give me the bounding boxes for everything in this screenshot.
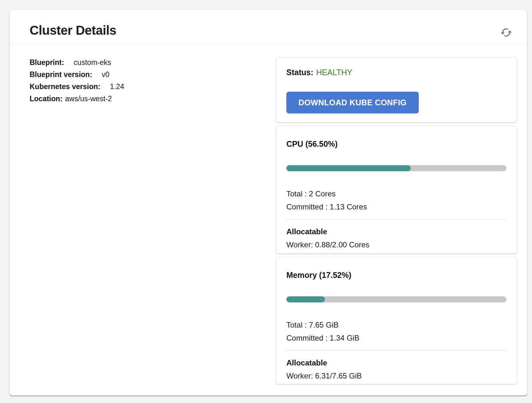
memory-total: Total : 7.65 GiB (286, 318, 507, 331)
panel-header: Cluster Details (10, 10, 527, 44)
status-card: Status:HEALTHY DOWNLOAD KUBE CONFIG (276, 58, 517, 122)
cpu-card: CPU (56.50%) Total : 2 Cores Committed :… (276, 126, 517, 253)
memory-progress-track (286, 296, 507, 302)
detail-row-blueprint-version: Blueprint version:v0 (30, 71, 276, 78)
memory-worker-allocatable: Worker: 6.31/7.65 GiB (286, 369, 507, 382)
sync-icon (500, 26, 512, 39)
status-value: HEALTHY (316, 68, 352, 77)
panel-title: Cluster Details (30, 23, 116, 37)
memory-divider (286, 350, 507, 350)
location-label: Location: (30, 95, 63, 103)
cpu-progress-fill (286, 165, 411, 171)
blueprint-value: custom-eks (74, 58, 111, 67)
download-kube-config-button[interactable]: DOWNLOAD KUBE CONFIG (286, 92, 419, 113)
cpu-committed: Committed : 1.13 Cores (286, 200, 507, 213)
kubernetes-version-label: Kubernetes version: (30, 82, 100, 91)
cpu-progress-track (286, 165, 507, 171)
cpu-worker-allocatable: Worker: 0.88/2.00 Cores (286, 238, 507, 251)
cluster-attributes: Blueprint:custom-eks Blueprint version:v… (30, 58, 276, 384)
panel-body: Blueprint:custom-eks Blueprint version:v… (10, 44, 527, 384)
cpu-total: Total : 2 Cores (286, 187, 507, 200)
memory-allocatable-label: Allocatable (286, 356, 507, 369)
memory-usage-lines: Total : 7.65 GiB Committed : 1.34 GiB (286, 318, 507, 344)
memory-title: Memory (17.52%) (286, 270, 507, 280)
memory-committed: Committed : 1.34 GiB (286, 331, 507, 344)
cpu-divider (286, 219, 507, 219)
memory-progress-fill (286, 296, 325, 302)
blueprint-version-value: v0 (102, 70, 109, 79)
status-label: Status: (286, 68, 313, 77)
detail-row-location: Location:aws/us-west-2 (30, 95, 276, 103)
location-value: aws/us-west-2 (65, 95, 112, 103)
refresh-button[interactable] (499, 25, 514, 40)
cpu-usage-lines: Total : 2 Cores Committed : 1.13 Cores (286, 187, 507, 213)
blueprint-label: Blueprint: (30, 58, 64, 67)
cluster-details-panel: Cluster Details Blueprint:custom-eks Blu… (10, 10, 527, 395)
cpu-allocatable-label: Allocatable (286, 225, 507, 238)
detail-row-kubernetes-version: Kubernetes version:1.24 (30, 83, 276, 90)
status-line: Status:HEALTHY (286, 67, 507, 77)
kubernetes-version-value: 1.24 (110, 82, 124, 91)
memory-card: Memory (17.52%) Total : 7.65 GiB Committ… (276, 258, 517, 384)
cpu-title: CPU (56.50%) (286, 139, 507, 149)
blueprint-version-label: Blueprint version: (30, 70, 92, 79)
detail-row-blueprint: Blueprint:custom-eks (30, 59, 276, 66)
resource-cards-column: Status:HEALTHY DOWNLOAD KUBE CONFIG CPU … (276, 58, 517, 384)
